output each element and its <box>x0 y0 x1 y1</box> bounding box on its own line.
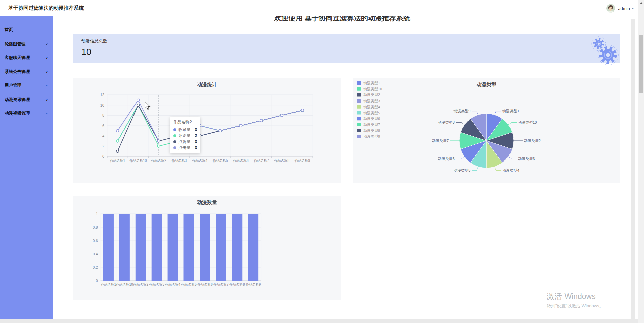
bar-作品名称7[interactable] <box>216 214 226 281</box>
bar-作品名称2[interactable] <box>136 214 146 281</box>
legend-item[interactable]: 动漫类型7 <box>357 123 380 127</box>
tooltip-category: 作品名称2 <box>173 119 197 125</box>
bar-作品名称3[interactable] <box>152 214 162 281</box>
legend-item[interactable]: 动漫类型3 <box>357 99 380 103</box>
sidebar-item-carousel[interactable]: 轮播图管理 ∨ <box>0 37 53 51</box>
x-axis-label: 作品名称2 <box>133 283 148 286</box>
legend-item[interactable]: 动漫类型8 <box>357 129 380 133</box>
pie-label-line <box>508 122 517 125</box>
bar-作品名称1[interactable] <box>103 214 114 281</box>
y-axis-label: 1 <box>96 212 98 216</box>
app-title: 基于协同过滤算法的动漫推荐系统 <box>8 5 84 11</box>
stat-card-anime-total: 动漫信息总数 10 <box>73 34 620 63</box>
chevron-down-icon: ∨ <box>45 56 48 59</box>
horizontal-scrollbar[interactable] <box>0 319 644 323</box>
data-point[interactable] <box>116 130 119 132</box>
data-point[interactable] <box>116 150 119 153</box>
gears-icon <box>589 35 622 67</box>
scrollbar-thumb[interactable] <box>639 35 643 93</box>
data-point[interactable] <box>301 109 304 112</box>
x-axis-label: 作品名称7 <box>254 159 269 163</box>
sidebar-item-announcement[interactable]: 系统公告管理 ∨ <box>0 65 53 79</box>
pie-label-line <box>472 166 478 170</box>
svg-text:动漫类型2: 动漫类型2 <box>363 93 380 97</box>
bar-作品名称9[interactable] <box>248 214 258 281</box>
x-axis-label: 作品名称9 <box>295 159 310 163</box>
content-scrollbar-track[interactable] <box>631 19 635 319</box>
tooltip-series-name: 评论量 <box>178 133 191 139</box>
y-axis-label: 0 <box>96 279 98 283</box>
line-chart-card: 动漫统计 024681012作品名称1作品名称10作品名称2作品名称3作品名称4… <box>73 78 341 183</box>
sidebar-item-label: 系统公告管理 <box>5 69 30 75</box>
bar-作品名称5[interactable] <box>184 214 194 281</box>
y-axis-label: 0.6 <box>93 239 98 243</box>
bar-作品名称10[interactable] <box>119 214 130 281</box>
chevron-down-icon: ∨ <box>45 112 48 115</box>
bar-作品名称8[interactable] <box>232 214 242 281</box>
pie-label: 动漫类型6 <box>438 157 455 161</box>
legend-item[interactable]: 动漫类型10 <box>357 87 382 91</box>
user-name[interactable]: admin <box>618 6 630 11</box>
y-axis-label: 0.4 <box>93 252 98 256</box>
chart-tooltip: 作品名称2 收藏量 3 评论量 2 点赞量 3 点击量 3 <box>170 117 200 153</box>
y-axis-label: 10 <box>100 103 104 107</box>
small-gear <box>592 37 606 51</box>
tooltip-series-name: 收藏量 <box>178 127 191 133</box>
bar-作品名称4[interactable] <box>168 214 178 281</box>
sidebar: 首页 轮播图管理 ∨ 客服聊天管理 ∨ 系统公告管理 ∨ 用户管理 ∨ 动漫资讯… <box>0 16 53 319</box>
pie-label-line <box>472 111 478 116</box>
data-point[interactable] <box>116 140 119 142</box>
legend-item[interactable]: 动漫类型1 <box>357 81 380 85</box>
tooltip-series-value: 3 <box>191 139 197 144</box>
svg-text:动漫类型4: 动漫类型4 <box>363 105 380 109</box>
data-point[interactable] <box>137 104 140 107</box>
data-point[interactable] <box>137 99 140 102</box>
bar-chart: 00.20.40.60.81作品名称1作品名称10作品名称2作品名称3作品名称4… <box>73 196 341 300</box>
pie-label: 动漫类型4 <box>502 168 519 172</box>
tooltip-row: 评论量 2 <box>173 133 197 139</box>
data-point[interactable] <box>157 145 160 148</box>
series-dot <box>173 134 176 137</box>
pie-chart-card: 动漫类型 动漫类型1动漫类型10动漫类型2动漫类型3动漫类型4动漫类型5动漫类型… <box>353 78 620 183</box>
y-axis-label: 2 <box>102 144 104 148</box>
mouse-cursor <box>144 101 152 111</box>
data-point[interactable] <box>260 119 263 122</box>
x-axis-label: 作品名称6 <box>197 283 213 286</box>
data-point[interactable] <box>219 130 222 132</box>
tooltip-series-value: 3 <box>191 145 197 150</box>
sidebar-item-home[interactable]: 首页 <box>0 23 53 37</box>
data-point[interactable] <box>239 124 242 127</box>
chevron-down-icon: ∨ <box>45 98 48 101</box>
tooltip-series-name: 点赞量 <box>178 139 191 145</box>
sidebar-item-anime-video[interactable]: 动漫视频管理 ∨ <box>0 107 53 121</box>
user-menu[interactable]: admin ∨ <box>606 4 634 13</box>
data-point[interactable] <box>280 114 283 117</box>
x-axis-label: 作品名称5 <box>181 283 197 286</box>
legend-item[interactable]: 动漫类型2 <box>357 93 380 97</box>
series-dot <box>173 140 176 143</box>
svg-text:动漫类型1: 动漫类型1 <box>363 81 380 85</box>
pie-label: 动漫类型7 <box>432 139 449 143</box>
data-point[interactable] <box>157 140 160 142</box>
chevron-down-icon: ∨ <box>45 84 48 87</box>
bar-作品名称6[interactable] <box>200 214 210 281</box>
y-axis-label: 0 <box>102 154 104 158</box>
bar-chart-card: 动漫数量 00.20.40.60.81作品名称1作品名称10作品名称2作品名称3… <box>73 196 341 300</box>
x-axis-label: 作品名称1 <box>110 159 125 163</box>
pie-label: 动漫类型8 <box>438 120 455 124</box>
pie-label: 动漫类型9 <box>453 109 470 113</box>
line-chart: 024681012作品名称1作品名称10作品名称2作品名称3作品名称4作品名称5… <box>73 78 341 183</box>
legend-item[interactable]: 动漫类型5 <box>357 111 380 115</box>
sidebar-item-users[interactable]: 用户管理 ∨ <box>0 79 53 93</box>
avatar[interactable] <box>606 4 615 13</box>
sidebar-item-customer-chat[interactable]: 客服聊天管理 ∨ <box>0 51 53 65</box>
sidebar-item-anime-news[interactable]: 动漫资讯管理 ∨ <box>0 93 53 107</box>
legend-item[interactable]: 动漫类型6 <box>357 117 380 121</box>
tooltip-series-name: 点击量 <box>178 145 191 151</box>
legend-item[interactable]: 动漫类型9 <box>357 134 380 138</box>
vertical-scrollbar[interactable] <box>638 0 644 323</box>
series-dot <box>173 128 176 131</box>
scrollbar-up-arrow[interactable] <box>640 2 643 4</box>
legend-item[interactable]: 动漫类型4 <box>357 105 380 109</box>
pie-label: 动漫类型5 <box>453 168 470 172</box>
